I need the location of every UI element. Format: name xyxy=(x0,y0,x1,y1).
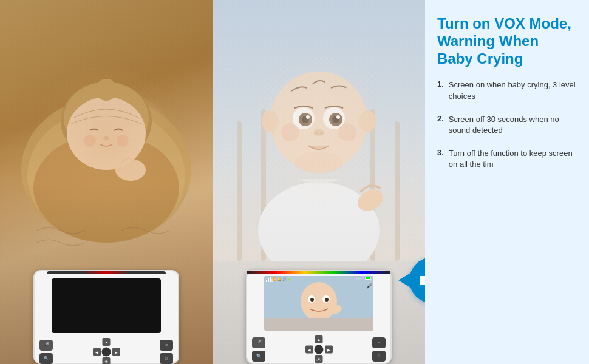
headline: Turn on VOX Mode, Warning When Baby Cryi… xyxy=(437,15,577,67)
photo-sleeping-baby: 🎤 🔍 ▲ ▼ ◀ ▶ OK ≡ ⊙ xyxy=(0,0,213,364)
feature-item-1: 1. Screen on when baby crying, 3 level c… xyxy=(437,79,577,101)
monitor-screen-left xyxy=(52,278,161,333)
right-panel: Turn on VOX Mode, Warning When Baby Cryi… xyxy=(425,0,589,364)
battery-display xyxy=(365,277,371,280)
feature-number-2: 2. xyxy=(437,114,444,123)
headline-line2: Warning When xyxy=(437,33,539,49)
ok-label: OK xyxy=(103,360,109,364)
photo-alert-baby: 📶🔔🎵🔋 22°C 🎤 🎤 🔍 ▲ xyxy=(213,0,425,364)
side-buttons-left: 🎤 🔍 xyxy=(39,340,53,364)
monitor-right: 📶🔔🎵🔋 22°C 🎤 🎤 🔍 ▲ xyxy=(246,270,392,364)
dpad-left: ▲ ▼ ◀ ▶ OK xyxy=(93,338,120,364)
dpad-center xyxy=(102,347,111,356)
zoom-button-r: 🔍 xyxy=(252,351,265,362)
feature-item-3: 3. Turn off the function to keep screen … xyxy=(437,148,577,170)
color-led-bar xyxy=(247,271,390,274)
feature-list: 1. Screen on when baby crying, 3 level c… xyxy=(437,79,577,349)
monitor-body-left: 🎤 🔍 ▲ ▼ ◀ ▶ OK ≡ ⊙ xyxy=(33,270,179,364)
feature-number-1: 1. xyxy=(437,79,444,89)
dpad-left-btn: ◀ xyxy=(93,348,101,356)
svg-rect-43 xyxy=(264,318,373,331)
monitor-left: 🎤 🔍 ▲ ▼ ◀ ▶ OK ≡ ⊙ xyxy=(33,270,179,364)
side-buttons-right-left-monitor: ≡ ⊙ xyxy=(160,340,173,364)
ok-label-r: OK xyxy=(316,358,321,362)
mic-button-r: 🎤 xyxy=(252,337,265,348)
menu-button-r: ≡ xyxy=(372,337,386,348)
mic-button: 🎤 xyxy=(39,340,53,351)
side-buttons-right-monitor-left: 🎤 🔍 xyxy=(252,337,265,362)
dpad-left-r: ◀ xyxy=(305,345,313,353)
dpad-up: ▲ xyxy=(103,338,111,346)
feature-text-2: Screen off 30 seconds when no sound dete… xyxy=(449,114,577,136)
svg-rect-44 xyxy=(420,276,425,285)
temp-display: 22°C xyxy=(356,277,363,281)
feature-text-3: Turn off the function to keep screen on … xyxy=(449,148,577,170)
power-button-l: ⊙ xyxy=(160,353,173,364)
svg-point-41 xyxy=(325,298,329,302)
feature-item-2: 2. Screen off 30 seconds when no sound d… xyxy=(437,114,577,136)
headline-line1: Turn on VOX Mode, xyxy=(437,15,571,32)
feature-text-1: Screen on when baby crying, 3 level choi… xyxy=(449,79,577,101)
left-panel: 🎤 🔍 ▲ ▼ ◀ ▶ OK ≡ ⊙ xyxy=(0,0,425,364)
menu-button-l: ≡ xyxy=(160,340,173,351)
monitor-body-right: 📶🔔🎵🔋 22°C 🎤 🎤 🔍 ▲ xyxy=(246,270,392,364)
dpad-center-r xyxy=(315,345,324,354)
monitor-controls-right: 🎤 🔍 ▲ ▼ ◀ ▶ OK ≡ ⊙ xyxy=(247,333,390,364)
svg-point-37 xyxy=(301,282,337,321)
monitor-screen-right: 📶🔔🎵🔋 22°C 🎤 xyxy=(264,276,373,331)
side-buttons-far-right: ≡ ⊙ xyxy=(372,337,386,362)
arrow-icon xyxy=(398,273,410,288)
monitor-controls-left: 🎤 🔍 ▲ ▼ ◀ ▶ OK ≡ ⊙ xyxy=(35,335,178,364)
power-button-r: ⊙ xyxy=(372,351,386,362)
dpad-right-btn: ▶ xyxy=(112,348,120,356)
vox-speaker-icon xyxy=(409,257,425,303)
zoom-button: 🔍 xyxy=(39,353,53,364)
dpad-right: ▲ ▼ ◀ ▶ OK xyxy=(305,335,333,363)
svg-point-40 xyxy=(310,298,314,302)
mini-baby-screen xyxy=(264,276,373,331)
dpad-up-r: ▲ xyxy=(315,335,323,343)
dpad-right-r: ▶ xyxy=(325,345,333,353)
headline-line3: Baby Crying xyxy=(437,50,523,67)
feature-number-3: 3. xyxy=(437,148,444,157)
